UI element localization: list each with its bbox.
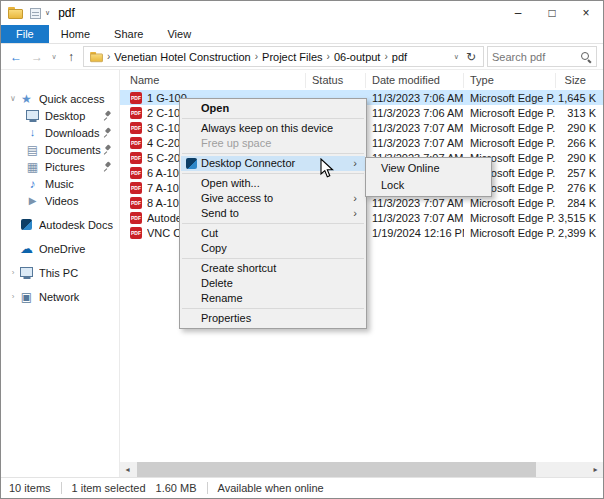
forward-button[interactable]: → bbox=[28, 50, 46, 64]
recent-locations-icon[interactable]: ∨ bbox=[49, 53, 59, 61]
breadcrumb: › Venetian Hotel Construction › Project … bbox=[83, 46, 484, 67]
context-menu-item[interactable]: Open with... bbox=[181, 176, 365, 191]
statusbar-divider bbox=[61, 482, 62, 494]
back-button[interactable]: ← bbox=[7, 50, 25, 64]
file-date: 1/19/2024 12:16 PM bbox=[366, 227, 464, 239]
file-date: 11/3/2023 7:07 AM bbox=[366, 122, 464, 134]
context-menu-item[interactable]: Copy bbox=[181, 241, 365, 256]
pdf-file-icon bbox=[130, 152, 142, 164]
context-menu-item[interactable]: Give access to › bbox=[181, 191, 365, 206]
file-size: 266 K bbox=[556, 137, 600, 149]
close-button[interactable]: × bbox=[569, 1, 603, 25]
context-menu-item[interactable]: Always keep on this device bbox=[181, 121, 365, 136]
sidebar-item[interactable]: Pictures bbox=[1, 158, 119, 175]
menu-item-label: Create shortcut bbox=[201, 262, 276, 274]
menu-item-label: Properties bbox=[201, 312, 251, 324]
file-date: 11/3/2023 7:07 AM bbox=[366, 137, 464, 149]
submenu-arrow-icon: › bbox=[353, 191, 357, 206]
sidebar-item-label: This PC bbox=[39, 267, 119, 279]
address-dropdown-icon[interactable]: ∨ bbox=[449, 53, 464, 61]
explorer-window: ∨ pdf – □ × File Home Share View ← → ∨ ↑… bbox=[0, 0, 604, 499]
column-headers: Name Status Date modified Type Size bbox=[120, 70, 603, 90]
scrollbar-track[interactable] bbox=[135, 462, 588, 477]
file-date: 11/3/2023 7:07 AM bbox=[366, 212, 464, 224]
sidebar-item[interactable]: › This PC bbox=[1, 264, 119, 281]
sidebar-item-icon bbox=[19, 218, 34, 231]
sidebar-item[interactable]: › Network bbox=[1, 288, 119, 305]
sidebar-item[interactable]: OneDrive bbox=[1, 240, 119, 257]
context-menu-item[interactable]: Create shortcut bbox=[181, 261, 365, 276]
context-menu-item[interactable]: Rename bbox=[181, 291, 365, 306]
submenu-item[interactable]: View Online bbox=[367, 160, 490, 177]
pdf-file-icon bbox=[130, 122, 142, 134]
menu-item-label: Always keep on this device bbox=[201, 122, 333, 134]
column-header[interactable]: Size bbox=[556, 73, 600, 88]
scrollbar-thumb[interactable] bbox=[137, 462, 536, 477]
context-menu-item[interactable]: Free up space bbox=[181, 136, 365, 151]
sidebar-item[interactable]: Downloads bbox=[1, 124, 119, 141]
file-type: Microsoft Edge P... bbox=[464, 137, 556, 149]
up-button[interactable]: ↑ bbox=[62, 50, 80, 64]
scroll-left-icon[interactable]: ◂ bbox=[120, 462, 135, 477]
column-header[interactable]: Status bbox=[306, 73, 366, 88]
context-menu-item[interactable]: Send to › bbox=[181, 206, 365, 221]
minimize-button[interactable]: – bbox=[501, 1, 535, 25]
ribbon-tab[interactable]: Home bbox=[49, 25, 102, 43]
file-date: 11/3/2023 7:06 AM bbox=[366, 92, 464, 104]
sidebar-item-icon bbox=[19, 290, 34, 303]
refresh-icon[interactable]: ↻ bbox=[464, 50, 481, 64]
file-size: 1,645 K bbox=[556, 92, 600, 104]
ribbon-tab[interactable]: View bbox=[155, 25, 203, 43]
menu-item-label: Copy bbox=[201, 242, 227, 254]
sidebar-item[interactable]: ∨ Quick access bbox=[1, 90, 119, 107]
menu-separator bbox=[182, 223, 364, 224]
breadcrumb-item[interactable]: 06-output bbox=[333, 51, 381, 63]
maximize-button[interactable]: □ bbox=[535, 1, 569, 25]
mouse-cursor bbox=[320, 158, 334, 179]
expander-icon[interactable]: › bbox=[7, 292, 19, 301]
menu-item-label: Open bbox=[201, 102, 229, 114]
sidebar-item-icon bbox=[19, 92, 34, 105]
expander-icon[interactable]: › bbox=[7, 268, 19, 277]
sidebar-item[interactable]: Music bbox=[1, 175, 119, 192]
breadcrumb-separator-icon: › bbox=[381, 51, 390, 62]
ribbon-tab[interactable]: File bbox=[1, 25, 49, 43]
sidebar-item-icon bbox=[19, 242, 34, 255]
sidebar-item-label: Quick access bbox=[39, 93, 119, 105]
sidebar-item[interactable]: Desktop bbox=[1, 107, 119, 124]
sidebar-item-icon bbox=[25, 109, 40, 122]
sidebar-item[interactable]: Videos bbox=[1, 192, 119, 209]
scroll-right-icon[interactable]: ▸ bbox=[588, 462, 603, 477]
context-menu: Open Always keep on this device Free up … bbox=[179, 98, 367, 329]
sidebar-item[interactable]: Documents bbox=[1, 141, 119, 158]
context-menu-item[interactable]: Properties bbox=[181, 311, 365, 326]
file-size: 2,399 K bbox=[556, 227, 600, 239]
submenu-arrow-icon: › bbox=[353, 156, 357, 171]
breadcrumb-item[interactable]: pdf bbox=[391, 51, 408, 63]
expander-icon[interactable]: ∨ bbox=[7, 94, 19, 103]
context-menu-item[interactable]: Delete bbox=[181, 276, 365, 291]
file-date: 11/3/2023 7:06 AM bbox=[366, 107, 464, 119]
submenu-item[interactable]: Lock bbox=[367, 177, 490, 194]
column-header[interactable]: Type bbox=[464, 73, 556, 88]
context-menu-item[interactable]: Open bbox=[181, 101, 365, 116]
context-menu-item[interactable]: Desktop Connector › bbox=[181, 156, 365, 171]
breadcrumb-item[interactable]: Project Files bbox=[261, 51, 324, 63]
context-menu-item[interactable]: Cut bbox=[181, 226, 365, 241]
menu-separator bbox=[182, 118, 364, 119]
breadcrumb-item[interactable]: Venetian Hotel Construction bbox=[113, 51, 251, 63]
search-box bbox=[487, 46, 597, 67]
file-date: 11/3/2023 7:07 AM bbox=[366, 197, 464, 209]
search-icon bbox=[580, 51, 592, 63]
quick-access-toolbar-icon[interactable] bbox=[30, 8, 41, 19]
qat-dropdown-icon[interactable]: ∨ bbox=[45, 9, 50, 17]
ribbon-tab[interactable]: Share bbox=[102, 25, 155, 43]
sidebar-item-icon bbox=[19, 266, 34, 279]
sidebar-item[interactable]: Autodesk Docs bbox=[1, 216, 119, 233]
column-header[interactable]: Name bbox=[124, 73, 306, 88]
horizontal-scrollbar[interactable]: ◂ ▸ bbox=[120, 462, 603, 477]
search-input[interactable] bbox=[492, 51, 577, 63]
pdf-file-icon bbox=[130, 92, 142, 104]
column-header[interactable]: Date modified bbox=[366, 73, 464, 88]
desktop-connector-icon bbox=[186, 158, 197, 169]
